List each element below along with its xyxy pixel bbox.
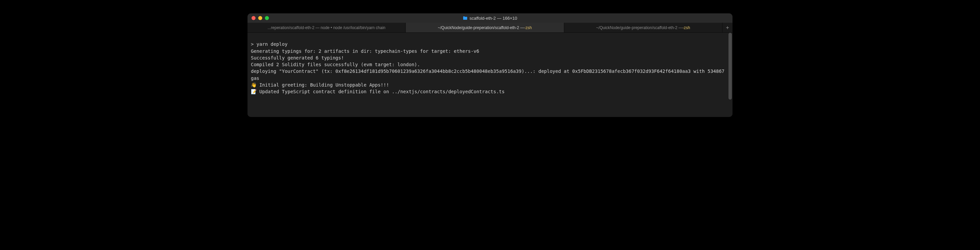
output-line: deploying "YourContract" (tx: 0xf8e26134… [251, 68, 729, 82]
traffic-lights [251, 16, 269, 20]
terminal-window: scaffold-eth-2 — 166×10 ...reperation/sc… [248, 13, 732, 117]
window-title: scaffold-eth-2 — 166×10 [463, 16, 517, 21]
tab-1[interactable]: ~/QuickNode/guide-preperation/scaffold-e… [406, 23, 564, 32]
folder-icon [463, 16, 468, 21]
plus-icon: + [726, 24, 729, 31]
command-text: yarn deploy [256, 41, 288, 47]
scrollbar-track [729, 33, 732, 117]
close-icon[interactable] [251, 16, 256, 20]
output-line: Generating typings for: 2 artifacts in d… [251, 48, 729, 54]
terminal-content[interactable]: > yarn deployGenerating typings for: 2 a… [248, 33, 732, 117]
tab-label: ...reperation/scaffold-eth-2 — node • no… [267, 25, 385, 30]
tab-0[interactable]: ...reperation/scaffold-eth-2 — node • no… [248, 23, 406, 32]
add-tab-button[interactable]: + [722, 23, 732, 32]
tab-label-suffix: -zsh [682, 25, 690, 30]
minimize-icon[interactable] [258, 16, 262, 20]
window-title-text: scaffold-eth-2 — 166×10 [469, 16, 517, 21]
output-line: Successfully generated 6 typings! [251, 54, 729, 61]
prompt-char: > [251, 41, 256, 47]
output-line: 📝 Updated TypeScript contract definition… [251, 88, 729, 95]
scrollbar-thumb[interactable] [729, 33, 732, 100]
tab-label-suffix: -zsh [524, 25, 532, 30]
tab-2[interactable]: ~/QuickNode/guide-preperation/scaffold-e… [564, 23, 722, 32]
output-line: Compiled 2 Solidity files successfully (… [251, 61, 729, 68]
output-line: 👋 Initial greeting: Building Unstoppable… [251, 82, 729, 88]
maximize-icon[interactable] [265, 16, 269, 20]
tab-bar: ...reperation/scaffold-eth-2 — node • no… [248, 23, 732, 33]
tab-label-prefix: ~/QuickNode/guide-preperation/scaffold-e… [596, 25, 682, 30]
title-bar: scaffold-eth-2 — 166×10 [248, 13, 732, 23]
command-line: > yarn deploy [251, 41, 729, 47]
tab-label-prefix: ~/QuickNode/guide-preperation/scaffold-e… [438, 25, 524, 30]
